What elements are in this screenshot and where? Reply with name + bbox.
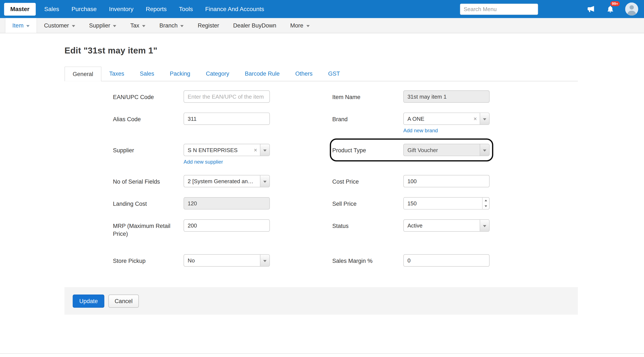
chevron-down-icon [72,25,75,27]
chevron-down-icon [483,118,486,120]
subnav-supplier[interactable]: Supplier [82,18,124,33]
user-avatar[interactable] [625,2,638,16]
sell-price-input[interactable] [404,198,482,209]
tab-packing[interactable]: Packing [162,66,198,81]
item-name-input [403,90,490,103]
brand-label: Brand [332,112,403,123]
tab-taxes[interactable]: Taxes [101,66,132,81]
nav-tools[interactable]: Tools [173,0,199,18]
supplier-combobox[interactable]: S N ENTERPRISES × [184,144,270,156]
item-edit-form: EAN/UPC Code Item Name Alias Code Brand [64,81,578,267]
tab-gst[interactable]: GST [320,66,348,81]
form-row: EAN/UPC Code Item Name [113,90,578,103]
sell-price-stepper [403,197,490,210]
store-pickup-value: No [184,257,260,264]
cost-price-label: Cost Price [332,175,403,186]
subnav-branch-label: Branch [159,22,178,29]
update-button[interactable]: Update [72,294,104,308]
tab-sales[interactable]: Sales [132,66,162,81]
spin-down-button[interactable] [482,204,489,209]
subnav-dealer-buydown[interactable]: Dealer BuyDown [226,18,283,33]
mrp-label: MRP (Maximum Retail Price) [113,220,184,238]
top-navbar: Master Sales Purchase Inventory Reports … [0,0,644,18]
alias-code-input[interactable] [184,112,270,125]
main-content: Edit "31st may item 1" General Taxes Sal… [64,46,578,314]
tab-category[interactable]: Category [198,66,237,81]
sales-margin-input[interactable] [403,254,490,267]
product-type-select: Gift Voucher [403,144,490,156]
serial-fields-select[interactable]: 2 [System Generated and ... [184,175,270,188]
page-title: Edit "31st may item 1" [64,46,578,56]
brand-dropdown-button[interactable] [480,113,489,124]
brand-clear-icon[interactable]: × [471,113,480,124]
status-label: Status [332,220,403,230]
announcement-icon[interactable] [586,4,596,14]
tab-bar: General Taxes Sales Packing Category Bar… [64,66,578,81]
product-type-value: Gift Voucher [404,147,480,153]
search-input[interactable] [460,4,538,14]
supplier-dropdown-button[interactable] [260,144,270,156]
sales-margin-label: Sales Margin % [332,254,403,265]
nav-master[interactable]: Master [4,3,36,16]
sub-navbar: Item Customer Supplier Tax Branch Regist… [0,18,644,33]
cost-price-input[interactable] [403,175,490,188]
chevron-down-icon [180,25,184,27]
subnav-more[interactable]: More [283,18,316,33]
subnav-item-label: Item [12,22,24,29]
subnav-branch[interactable]: Branch [152,18,191,33]
spin-up-button[interactable] [482,198,489,204]
subnav-tax-label: Tax [130,22,139,29]
subnav-customer[interactable]: Customer [37,18,82,33]
serial-fields-value: 2 [System Generated and ... [184,178,260,184]
nav-purchase[interactable]: Purchase [66,0,103,18]
store-pickup-select[interactable]: No [184,254,270,267]
chevron-down-icon [263,260,266,262]
nav-sales[interactable]: Sales [38,0,66,18]
notification-bell-icon[interactable]: 99+ [606,5,614,13]
app-root: Master Sales Purchase Inventory Reports … [0,0,644,357]
arrow-up-icon [485,200,487,201]
subnav-more-label: More [290,22,304,29]
status-value: Active [404,222,480,228]
mrp-input[interactable] [184,220,270,232]
tab-barcode-rule[interactable]: Barcode Rule [237,66,288,81]
tab-general[interactable]: General [64,66,101,81]
nav-reports[interactable]: Reports [140,0,173,18]
subnav-supplier-label: Supplier [89,22,110,29]
chevron-down-icon [306,25,310,27]
ean-upc-input[interactable] [184,90,270,103]
nav-finance-accounts[interactable]: Finance And Accounts [199,0,270,18]
store-pickup-dropdown-button[interactable] [260,255,270,266]
serial-fields-dropdown-button[interactable] [260,175,270,187]
add-new-brand-link[interactable]: Add new brand [403,128,438,134]
cancel-button[interactable]: Cancel [108,294,139,308]
supplier-label: Supplier [113,144,184,154]
subnav-tax[interactable]: Tax [123,18,152,33]
product-type-label: Product Type [332,144,403,154]
form-row: No of Serial Fields 2 [System Generated … [113,175,578,188]
landing-cost-label: Landing Cost [113,197,184,208]
status-select[interactable]: Active [403,220,490,232]
chevron-down-icon [26,25,30,27]
tab-others[interactable]: Others [288,66,320,81]
add-new-supplier-link[interactable]: Add new supplier [184,159,223,165]
chevron-down-icon [483,149,486,152]
form-row: Supplier S N ENTERPRISES × Add new suppl… [113,144,578,165]
notification-count-badge: 99+ [610,1,620,6]
subnav-item[interactable]: Item [5,18,37,33]
subnav-dealer-buydown-label: Dealer BuyDown [233,22,276,29]
landing-cost-input [184,197,270,210]
subnav-register-label: Register [198,22,219,29]
subnav-register[interactable]: Register [191,18,226,33]
form-row: Landing Cost Sell Price [113,197,578,210]
brand-combobox[interactable]: A ONE × [403,112,490,125]
nav-inventory[interactable]: Inventory [103,0,140,18]
form-action-bar: Update Cancel [64,287,578,314]
product-type-dropdown-button [480,144,489,156]
store-pickup-label: Store Pickup [113,254,184,265]
sell-price-spin-buttons [482,198,489,209]
arrow-down-icon [485,205,487,207]
supplier-clear-icon[interactable]: × [251,144,260,156]
status-dropdown-button[interactable] [480,220,489,231]
serial-fields-label: No of Serial Fields [113,175,184,186]
